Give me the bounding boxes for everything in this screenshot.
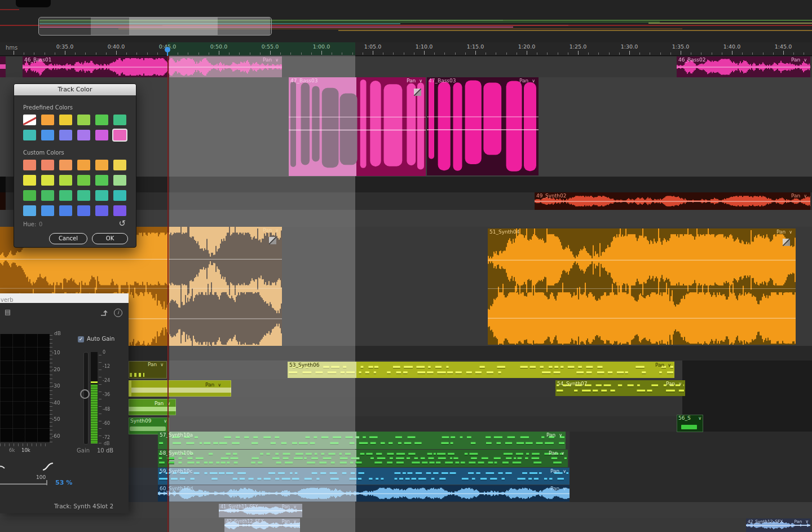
- pan-dropdown[interactable]: Pan∨: [263, 57, 279, 63]
- axis-label: -72: [103, 435, 115, 440]
- color-swatch-none[interactable]: [23, 115, 36, 125]
- color-swatch[interactable]: [23, 190, 36, 201]
- color-swatch[interactable]: [95, 175, 108, 186]
- color-swatch[interactable]: [113, 160, 126, 170]
- pan-dropdown[interactable]: Pan∨: [550, 468, 566, 474]
- color-swatch[interactable]: [113, 115, 126, 125]
- color-swatch[interactable]: [113, 175, 126, 186]
- color-swatch[interactable]: [41, 175, 54, 186]
- clip-55-synth08[interactable]: Pan∨: [129, 399, 176, 415]
- color-swatch[interactable]: [113, 205, 126, 216]
- color-swatch[interactable]: [41, 160, 54, 170]
- pan-dropdown[interactable]: ∨: [695, 415, 701, 421]
- color-swatch[interactable]: [59, 160, 72, 170]
- pan-dropdown[interactable]: Pan∨: [148, 362, 164, 368]
- clip-60-synth10d[interactable]: 60_Synth10d Pan∨: [158, 485, 570, 502]
- color-swatch[interactable]: [113, 190, 126, 201]
- ruler-tick: [34, 52, 34, 55]
- ok-button[interactable]: OK: [92, 233, 128, 244]
- clip-56-synth[interactable]: 56_S ∨: [677, 415, 703, 432]
- color-swatch[interactable]: [23, 175, 36, 186]
- color-swatch[interactable]: [23, 160, 36, 170]
- clip-46-bass02[interactable]: 46_Bass02 Pan∨: [677, 56, 810, 77]
- clip-57-synth10a[interactable]: 57_Synth10a Pan∨: [158, 432, 566, 449]
- clip-49-synth02[interactable]: 49_Synth02 Pan∨: [535, 192, 810, 210]
- color-swatch[interactable]: [95, 160, 108, 170]
- pan-dropdown[interactable]: Pan∨: [205, 382, 221, 388]
- color-swatch[interactable]: [41, 115, 54, 125]
- color-swatch[interactable]: [77, 190, 90, 201]
- pan-dropdown[interactable]: Pan∨: [263, 227, 279, 234]
- reset-icon[interactable]: ↺: [118, 218, 126, 228]
- clip-54-synth07[interactable]: 54_Synth07 Pan∨: [555, 380, 685, 396]
- s-curve-icon[interactable]: [42, 461, 55, 472]
- navigator-handle[interactable]: [16, 0, 51, 7]
- curve-icon[interactable]: [0, 463, 6, 472]
- side-chain-icon[interactable]: [100, 309, 109, 317]
- dialog-title[interactable]: Track Color: [14, 84, 136, 95]
- clip-41-synth11-sfx[interactable]: 41_Synth11_SFX Pan∨: [219, 504, 302, 517]
- mix-percent-value[interactable]: 53 %: [55, 479, 72, 486]
- clip-fade-handle[interactable]: [414, 89, 421, 96]
- reverb-graph[interactable]: [0, 334, 50, 442]
- panel-tab[interactable]: verb: [0, 293, 129, 303]
- pan-dropdown[interactable]: Pan∨: [549, 450, 564, 456]
- color-swatch[interactable]: [41, 190, 54, 201]
- clip-59-synth10c[interactable]: 59_Synth10c Pan∨: [158, 468, 570, 485]
- pan-dropdown[interactable]: Pan∨: [791, 57, 807, 63]
- cancel-button[interactable]: Cancel: [49, 233, 87, 244]
- clip-52-synth05[interactable]: Pan∨: [129, 361, 167, 379]
- playhead-marker[interactable]: [165, 47, 170, 52]
- color-swatch[interactable]: [77, 175, 90, 186]
- clip-42-synth12-sfx[interactable]: 42_Synth12_SFX Pan∨: [224, 518, 300, 532]
- rack-icon[interactable]: ▤: [5, 308, 11, 316]
- auto-gain-checkbox[interactable]: ✓: [78, 336, 84, 342]
- color-swatch[interactable]: [59, 130, 72, 140]
- pan-dropdown[interactable]: Pan∨: [282, 519, 297, 525]
- color-swatch[interactable]: [95, 130, 108, 140]
- clip-47-bass03[interactable]: 47_Bass03 Pan∨: [427, 77, 539, 175]
- navigator-viewport[interactable]: [38, 17, 272, 36]
- timeline-ruler[interactable]: hms 0:35.00:40.00:45.00:50.00:55.01:00.0…: [0, 42, 812, 56]
- color-swatch[interactable]: [95, 205, 108, 216]
- pan-dropdown[interactable]: Pan∨: [776, 229, 792, 235]
- clip-46-bass01[interactable]: 46_Bass01 Pan∨: [23, 56, 282, 77]
- pan-dropdown[interactable]: Pan∨: [795, 519, 809, 525]
- color-swatch[interactable]: [95, 115, 108, 125]
- color-swatch[interactable]: [23, 130, 36, 140]
- color-swatch[interactable]: [95, 190, 108, 201]
- color-swatch[interactable]: [59, 190, 72, 201]
- color-swatch[interactable]: [59, 115, 72, 125]
- clip-42-synth12-sfx-right[interactable]: 42_Synth12_SFX Pan∨: [746, 518, 810, 532]
- clip-53-synth06[interactable]: 53_Synth06 Pan∨: [288, 362, 674, 378]
- color-swatch[interactable]: [41, 205, 54, 216]
- pan-dropdown[interactable]: Pan∨: [407, 78, 422, 84]
- clip-47-bass03-selected[interactable]: 47_Bass03 Pan∨: [289, 77, 426, 176]
- pan-dropdown[interactable]: Pan∨: [791, 193, 807, 199]
- pan-dropdown[interactable]: Pan∨: [550, 486, 566, 492]
- width-slider-track[interactable]: [0, 483, 47, 485]
- pan-dropdown[interactable]: Pan∨: [655, 362, 671, 368]
- color-swatch[interactable]: [77, 205, 90, 216]
- color-swatch[interactable]: [77, 115, 90, 125]
- pan-dropdown[interactable]: Pan∨: [666, 381, 682, 387]
- clip-fade-handle[interactable]: [269, 237, 276, 244]
- color-swatch[interactable]: [77, 160, 90, 170]
- pan-dropdown[interactable]: Pan∨: [546, 432, 562, 438]
- pan-dropdown[interactable]: ∨: [160, 418, 167, 424]
- clip-fade-handle[interactable]: [783, 239, 790, 246]
- clip-58-synth10b[interactable]: 58_Synth10b Pan∨: [158, 450, 568, 467]
- clip-51-synth04[interactable]: 51_Synth04 Pan∨: [488, 228, 796, 345]
- color-swatch[interactable]: [77, 130, 90, 140]
- info-icon[interactable]: i: [114, 309, 122, 317]
- clip-54-synth07-head[interactable]: Pan∨: [129, 380, 231, 397]
- gain-slider-knob[interactable]: [80, 389, 90, 399]
- color-swatch[interactable]: [59, 175, 72, 186]
- color-swatch[interactable]: [59, 205, 72, 216]
- color-swatch[interactable]: [41, 130, 54, 140]
- ruler-tick: [475, 51, 476, 55]
- pan-dropdown[interactable]: Pan∨: [519, 78, 535, 84]
- color-swatch[interactable]: [113, 130, 126, 140]
- pan-dropdown[interactable]: Pan∨: [282, 504, 297, 510]
- color-swatch[interactable]: [23, 205, 36, 216]
